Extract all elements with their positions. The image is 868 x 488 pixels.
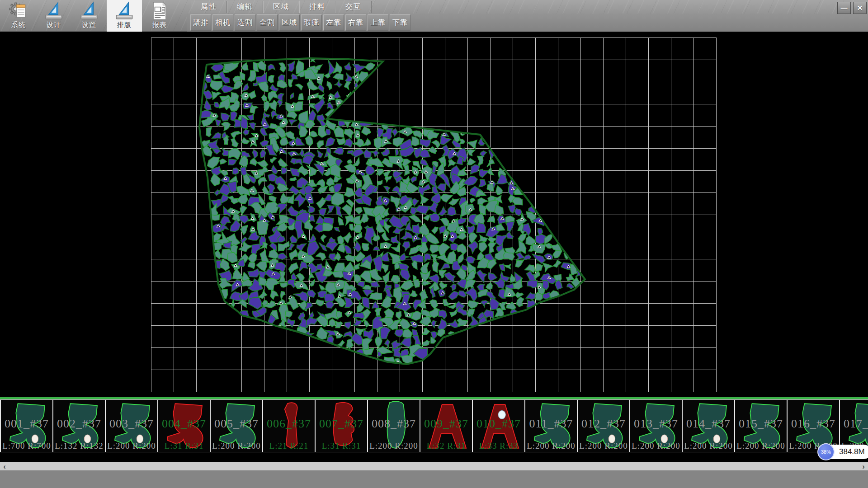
menu-tab[interactable]: 编辑 xyxy=(227,1,263,13)
progress-circle: 38% xyxy=(817,443,835,460)
piece-lr-count: L:200 R:200 xyxy=(106,441,157,451)
piece-name: 003_#37 xyxy=(106,417,157,431)
nesting-canvas-svg xyxy=(0,32,868,397)
piece-name: 001_#37 xyxy=(1,417,52,431)
piece-name: 007_#37 xyxy=(316,417,367,431)
main-button-label: 排版 xyxy=(117,21,132,29)
piece-name: 015_#37 xyxy=(735,417,787,431)
piece-lr-count: L:700 R:700 xyxy=(1,441,52,451)
piece-thumbnail[interactable]: 009_#37 L:32 R:31 xyxy=(420,400,473,452)
piece-lr-count: L:200 R:200 xyxy=(683,441,734,451)
piece-lr-count: L:31 R:31 xyxy=(316,441,367,451)
system-gear-icon xyxy=(9,1,28,20)
piece-name: 004_#37 xyxy=(158,417,210,431)
main-button-label: 报表 xyxy=(152,21,167,29)
piece-name: 008_#37 xyxy=(368,417,420,431)
main-button-label: 设计 xyxy=(47,21,61,29)
piece-lr-count: L:200 R:200 xyxy=(630,441,682,451)
piece-thumbnail[interactable]: 011_#37 L:200 R:200 xyxy=(525,400,578,452)
piece-name: 016_#37 xyxy=(788,417,839,431)
action-button[interactable]: 下靠 xyxy=(390,14,410,31)
piece-thumbnail[interactable]: 004_#37 L:31 R:31 xyxy=(158,400,211,452)
menu-tab[interactable]: 属性 xyxy=(191,1,227,13)
action-button[interactable]: 右靠 xyxy=(345,14,366,31)
action-button[interactable]: 左靠 xyxy=(323,14,344,31)
piece-thumbnail[interactable]: 012_#37 L:200 R:200 xyxy=(578,400,630,452)
piece-thumbnail[interactable]: 001_#37 L:700 R:700 xyxy=(1,400,53,452)
app-window: 系统 设计 设置 排版 报表 属性编辑区域排料交互 聚排相机选割全割区域瑕疵左靠… xyxy=(0,0,868,488)
nesting-canvas[interactable] xyxy=(0,32,868,397)
window-controls: —✕ xyxy=(837,2,867,14)
piece-thumbnail[interactable]: 003_#37 L:200 R:200 xyxy=(106,400,158,452)
triangle-ruler-icon xyxy=(115,1,134,20)
action-button[interactable]: 相机 xyxy=(212,14,233,31)
main-button-report-doc[interactable]: 报表 xyxy=(142,0,177,32)
piece-name: 012_#37 xyxy=(578,417,629,431)
piece-name: 017_#37 xyxy=(840,417,868,431)
piece-name: 002_#37 xyxy=(53,417,105,431)
main-toolbar: 系统 设计 设置 排版 报表 xyxy=(1,0,177,32)
piece-thumbnail[interactable]: 017_#37 L:200 R:200 xyxy=(840,400,868,452)
minimize-button[interactable]: — xyxy=(837,2,851,14)
piece-lr-count: L:132 R:132 xyxy=(53,441,105,451)
piece-name: 005_#37 xyxy=(211,417,262,431)
menu-tab[interactable]: 区域 xyxy=(263,1,299,13)
menu-tab[interactable]: 排料 xyxy=(299,1,335,13)
piece-name: 011_#37 xyxy=(525,417,577,431)
piece-name: 006_#37 xyxy=(263,417,315,431)
piece-lr-count: L:200 R:200 xyxy=(578,441,629,451)
triangle-ruler-icon xyxy=(80,1,99,20)
piece-name: 009_#37 xyxy=(420,417,472,431)
piece-thumbnail[interactable]: 014_#37 L:200 R:200 xyxy=(683,400,735,452)
close-button[interactable]: ✕ xyxy=(853,2,867,14)
piece-name: 013_#37 xyxy=(630,417,682,431)
piece-thumbnail[interactable]: 013_#37 L:200 R:200 xyxy=(630,400,683,452)
piece-lr-count: L:31 R:31 xyxy=(158,441,210,451)
main-button-label: 设置 xyxy=(82,21,96,29)
horizontal-scrollbar[interactable]: ‹ › xyxy=(0,462,868,470)
menu-tab[interactable]: 交互 xyxy=(335,1,372,13)
main-button-label: 系统 xyxy=(11,21,26,29)
menu-tab-row: 属性编辑区域排料交互 xyxy=(191,1,372,13)
triangle-ruler-icon xyxy=(44,1,63,20)
main-button-layout-ruler[interactable]: 排版 xyxy=(107,0,142,32)
piece-thumbnail[interactable]: 010_#37 L:33 R:33 xyxy=(473,400,525,452)
main-button-system-gear[interactable]: 系统 xyxy=(1,0,36,32)
piece-name: 014_#37 xyxy=(683,417,734,431)
piece-thumbnail[interactable]: 015_#37 L:200 R:200 xyxy=(735,400,788,452)
piece-lr-count: L:200 R:200 xyxy=(735,441,787,451)
titlebar: 系统 设计 设置 排版 报表 属性编辑区域排料交互 聚排相机选割全割区域瑕疵左靠… xyxy=(0,0,868,32)
piece-thumbnail[interactable]: 016_#37 L:200 R:200 xyxy=(788,400,840,452)
piece-list-panel: 001_#37 L:700 R:700 002_#37 L:132 R:132 … xyxy=(0,399,868,452)
piece-lr-count: L:33 R:33 xyxy=(473,441,524,451)
scroll-right-button[interactable]: › xyxy=(859,462,868,471)
action-button[interactable]: 全割 xyxy=(257,14,278,31)
action-button[interactable]: 区域 xyxy=(279,14,300,31)
piece-thumbnail[interactable]: 005_#37 L:200 R:200 xyxy=(211,400,263,452)
piece-lr-count: L:21 R:21 xyxy=(263,441,315,451)
main-button-design-ruler[interactable]: 设计 xyxy=(36,0,71,32)
piece-lr-count: L:32 R:31 xyxy=(420,441,472,451)
piece-name: 010_#37 xyxy=(473,417,524,431)
action-button[interactable]: 瑕疵 xyxy=(301,14,322,31)
piece-lr-count: L:200 R:200 xyxy=(211,441,262,451)
action-button[interactable]: 选割 xyxy=(235,14,255,31)
piece-thumbnail[interactable]: 008_#37 L:200 R:200 xyxy=(368,400,420,452)
piece-lr-count: L:200 R:200 xyxy=(368,441,420,451)
piece-thumbnail[interactable]: 006_#37 L:21 R:21 xyxy=(263,400,316,452)
scroll-left-button[interactable]: ‹ xyxy=(0,462,9,471)
piece-lr-count: L:200 R:200 xyxy=(525,441,577,451)
status-bar xyxy=(0,470,868,488)
piece-thumbnail[interactable]: 007_#37 L:31 R:31 xyxy=(316,400,368,452)
action-button[interactable]: 聚排 xyxy=(190,14,211,31)
piece-thumbnail[interactable]: 002_#37 L:132 R:132 xyxy=(53,400,106,452)
main-button-settings-ruler[interactable]: 设置 xyxy=(71,0,107,32)
report-doc-icon xyxy=(150,1,169,20)
action-button-row: 聚排相机选割全割区域瑕疵左靠右靠上靠下靠 xyxy=(190,14,410,31)
action-button[interactable]: 上靠 xyxy=(368,14,388,31)
